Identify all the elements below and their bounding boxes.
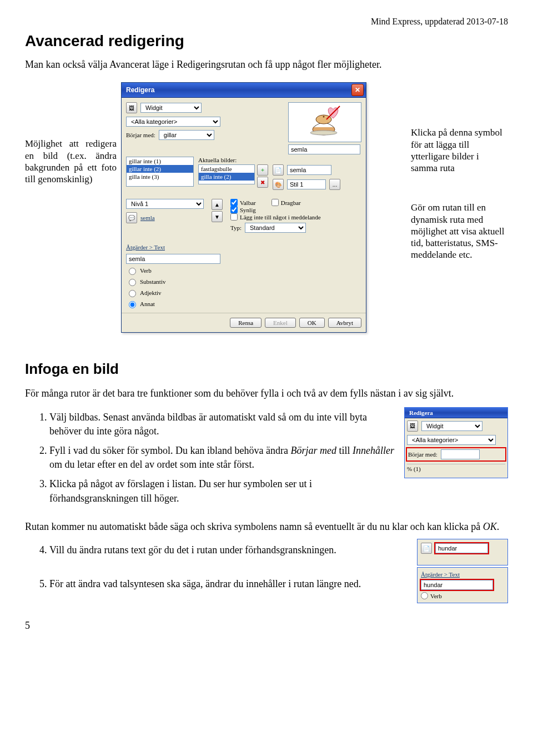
page-number: 5 — [25, 620, 508, 632]
callout-right-2: Gör om rutan till en dynamisk ruta med m… — [411, 202, 508, 261]
typ-select[interactable]: Standard — [245, 223, 306, 233]
semla-2-input[interactable] — [287, 165, 331, 175]
radio-verb[interactable]: Verb — [126, 266, 361, 275]
wordclass-radios: Verb Substantiv Adjektiv Annat — [126, 266, 361, 308]
preview-text-input[interactable] — [288, 144, 360, 154]
step-3: Klicka på något av förslagen i listan. D… — [49, 477, 508, 505]
doc-header: Mind Express, uppdaterad 2013-07-18 — [25, 17, 508, 27]
intro-paragraph: Man kan också välja Avancerat läge i Red… — [25, 58, 508, 71]
mini1-borjar-label: Börjar med: — [408, 451, 438, 458]
mini3-text-input[interactable] — [421, 580, 493, 590]
up-arrow-icon[interactable]: ▲ — [212, 199, 223, 210]
svg-point-2 — [323, 116, 325, 118]
widgit-picto-icon[interactable]: 🖼 — [407, 420, 418, 432]
mini1-category-select[interactable]: <Alla kategorier> — [407, 435, 496, 445]
mini-box-3: Åtgärder > Text Verb — [417, 567, 508, 603]
close-icon[interactable]: ✕ — [351, 84, 364, 96]
enkel-button[interactable]: Enkel — [265, 318, 296, 328]
mini3-atgarder[interactable]: Åtgärder > Text — [421, 571, 504, 578]
speech-icon[interactable]: 💬 — [126, 212, 137, 223]
mini1-bildbas-select[interactable]: Widgit — [421, 421, 482, 431]
widgit-picto-icon[interactable]: 🖼 — [126, 102, 137, 113]
mini2-text-input[interactable] — [435, 543, 488, 553]
callout-left: Möjlighet att redigera en bild (t.ex. än… — [25, 138, 117, 185]
radio-adjektiv[interactable]: Adjektiv — [126, 288, 361, 297]
text-input[interactable] — [126, 254, 220, 264]
rensa-button[interactable]: Rensa — [230, 318, 262, 328]
bildbas-select[interactable]: Widgit — [140, 103, 202, 113]
borjar-input[interactable]: gillar — [159, 130, 214, 140]
radio-annat[interactable]: Annat — [126, 299, 361, 308]
remove-image-icon[interactable]: ✖ — [257, 177, 268, 188]
mid-paragraph: Rutan kommer nu automatiskt både säga oc… — [25, 520, 508, 533]
stil-input[interactable] — [287, 179, 326, 189]
heading-1: Avancerad redigering — [25, 32, 508, 50]
list-item[interactable]: fastlagsbulle — [199, 165, 254, 173]
synlig-checkbox[interactable]: Synlig — [230, 206, 361, 213]
list-item[interactable]: gilla inte (3) — [127, 173, 193, 181]
add-image-icon[interactable]: ＋ — [257, 164, 268, 176]
dragbar-checkbox[interactable]: Dragbar — [271, 199, 301, 206]
preview-box — [288, 102, 361, 142]
redigera-dialog: Redigera ✕ 🖼 Widgit — [121, 82, 366, 333]
heading-2: Infoga en bild — [25, 361, 508, 378]
dialog-title: Redigera — [126, 86, 154, 94]
callout-right-1: Klicka på denna symbol för att lägga til… — [411, 127, 508, 174]
dialog-titlebar[interactable]: Redigera ✕ — [122, 83, 366, 98]
down-arrow-icon[interactable]: ▼ — [212, 211, 223, 222]
semla-link[interactable]: semla — [140, 214, 155, 221]
list-item[interactable]: gillar inte (1) — [127, 157, 193, 165]
mini1-percent: % (1) — [407, 465, 421, 472]
mini-dialog-1: Redigera 🖼 Widgit <Alla kategorier> Börj… — [404, 407, 508, 478]
heart-crossed-icon — [325, 105, 359, 135]
dialog-figure: Redigera ✕ 🖼 Widgit — [121, 82, 406, 333]
ok-button[interactable]: OK — [299, 318, 325, 328]
aktuella-label: Aktuella bilder: — [198, 157, 268, 163]
valbar-checkbox[interactable]: Valbar — [230, 199, 256, 206]
lagg-checkbox[interactable]: Lägg inte till något i meddelande — [230, 213, 361, 221]
style-icon[interactable]: 🎨 — [273, 179, 284, 190]
category-select[interactable]: <Alla kategorier> — [126, 117, 220, 127]
atgarder-link[interactable]: Åtgärder > Text — [126, 244, 361, 251]
list-item[interactable]: gillar inte (2) — [127, 165, 193, 173]
intro2-paragraph: För många rutor är det bara tre funktion… — [25, 387, 508, 400]
niva-select[interactable]: Nivå 1 — [126, 199, 204, 209]
mini3-verb-radio[interactable]: Verb — [421, 592, 504, 599]
mini1-title: Redigera — [409, 409, 433, 416]
phrase-listbox[interactable]: gillar inte (1) gillar inte (2) gilla in… — [126, 157, 194, 187]
more-style-button[interactable]: ... — [329, 179, 340, 190]
list-item[interactable]: gilla inte (2) — [199, 173, 254, 181]
mini1-borjar-input[interactable] — [441, 449, 480, 459]
dialog-buttons: Rensa Enkel OK Avbryt — [122, 313, 366, 332]
borjar-label: Börjar med: — [126, 132, 155, 138]
doc-icon[interactable]: 📄 — [421, 543, 432, 554]
avbryt-button[interactable]: Avbryt — [328, 318, 361, 328]
mini-box-2: 📄 — [417, 539, 508, 565]
typ-label: Typ: — [230, 224, 242, 231]
aktuella-listbox[interactable]: fastlagsbulle gilla inte (2) — [198, 164, 255, 184]
radio-substantiv[interactable]: Substantiv — [126, 277, 361, 286]
doc-icon[interactable]: 📄 — [273, 164, 284, 176]
